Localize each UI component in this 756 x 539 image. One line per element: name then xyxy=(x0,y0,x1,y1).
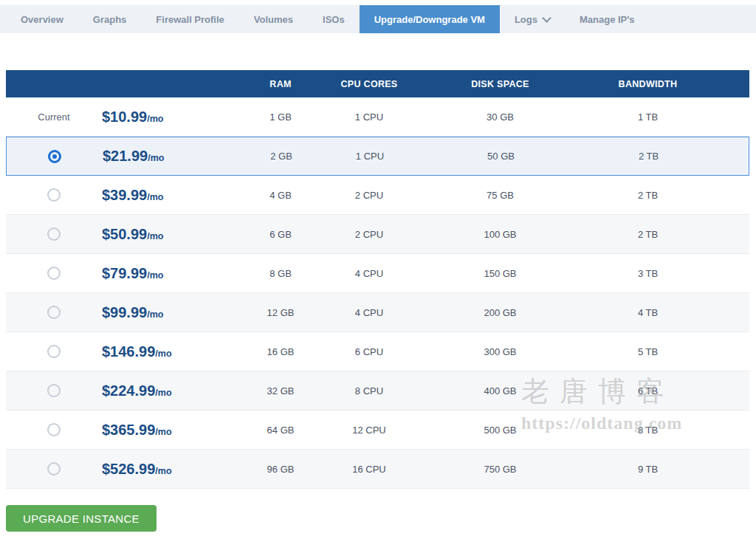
plan-price: $39.99 xyxy=(102,187,147,204)
plan-disk: 400 GB xyxy=(421,371,580,410)
plan-ram: 4 GB xyxy=(244,176,317,214)
plan-disk: 300 GB xyxy=(421,332,580,371)
plan-price: $10.99 xyxy=(102,109,147,126)
tab-logs-label: Logs xyxy=(515,14,537,25)
tab-firewall-profile[interactable]: Firewall Profile xyxy=(141,5,238,33)
plan-bandwidth: 8 TB xyxy=(580,411,716,449)
plan-price: $224.99 xyxy=(102,382,155,399)
per-month-suffix: /mo xyxy=(155,466,171,476)
plan-disk: 75 GB xyxy=(421,176,580,214)
plan-disk: 30 GB xyxy=(421,97,580,136)
plan-row-selected[interactable]: $21.99/mo 2 GB 1 CPU 50 GB 2 TB xyxy=(6,137,749,176)
plan-ram: 8 GB xyxy=(244,254,317,292)
plan-radio-selected[interactable] xyxy=(48,150,61,163)
plan-row[interactable]: $39.99/mo 4 GB 2 CPU 75 GB 2 TB xyxy=(6,176,749,215)
plan-ram: 64 GB xyxy=(244,411,317,449)
tab-bar: Overview Graphs Firewall Profile Volumes… xyxy=(0,5,756,33)
plan-cpu: 1 CPU xyxy=(318,137,422,175)
plan-radio[interactable] xyxy=(47,227,61,241)
per-month-suffix: /mo xyxy=(155,349,171,359)
current-plan-label: Current xyxy=(38,111,69,123)
per-month-suffix: /mo xyxy=(147,192,163,202)
tab-upgrade-downgrade-vm[interactable]: Upgrade/Downgrade VM xyxy=(360,5,500,33)
plan-cpu: 6 CPU xyxy=(317,332,421,371)
plan-row[interactable]: $79.99/mo 8 GB 4 CPU 150 GB 3 TB xyxy=(6,254,749,293)
plan-price: $146.99 xyxy=(102,343,155,360)
header-spacer-price xyxy=(102,70,244,97)
plan-price: $99.99 xyxy=(102,304,147,321)
plan-radio[interactable] xyxy=(47,306,61,319)
plan-disk: 500 GB xyxy=(421,411,580,449)
plan-ram: 12 GB xyxy=(244,293,317,332)
plan-price: $365.99 xyxy=(102,422,155,439)
plan-ram: 16 GB xyxy=(244,332,317,371)
plan-radio[interactable] xyxy=(47,188,61,202)
tab-volumes[interactable]: Volumes xyxy=(239,5,308,33)
plan-table: RAM CPU CORES DISK SPACE BANDWIDTH Curre… xyxy=(6,70,749,489)
tab-isos[interactable]: ISOs xyxy=(308,5,360,33)
plan-bandwidth: 1 TB xyxy=(580,97,716,136)
plan-radio[interactable] xyxy=(47,267,61,280)
upgrade-instance-button[interactable]: UPGRADE INSTANCE xyxy=(6,505,157,532)
plan-bandwidth: 4 TB xyxy=(580,293,716,332)
per-month-suffix: /mo xyxy=(147,270,163,281)
plan-price: $21.99 xyxy=(103,148,148,165)
column-header-bandwidth: BANDWIDTH xyxy=(580,70,716,97)
per-month-suffix: /mo xyxy=(147,309,163,320)
plan-cpu: 12 CPU xyxy=(317,411,421,449)
plan-disk: 100 GB xyxy=(421,215,580,253)
plan-row[interactable]: $224.99/mo 32 GB 8 CPU 400 GB 6 TB xyxy=(6,371,749,411)
plan-ram: 96 GB xyxy=(244,450,317,488)
plan-ram: 6 GB xyxy=(244,215,317,253)
per-month-suffix: /mo xyxy=(147,231,163,241)
plan-cpu: 8 CPU xyxy=(317,371,421,410)
tab-overview[interactable]: Overview xyxy=(6,5,78,33)
plan-cpu: 16 CPU xyxy=(317,450,421,488)
plan-bandwidth: 2 TB xyxy=(580,137,717,175)
plan-radio[interactable] xyxy=(47,423,61,436)
per-month-suffix: /mo xyxy=(147,114,163,124)
plan-cpu: 4 CPU xyxy=(317,293,421,332)
plan-disk: 50 GB xyxy=(422,137,580,175)
page: Overview Graphs Firewall Profile Volumes… xyxy=(0,5,756,539)
column-header-cpu-cores: CPU CORES xyxy=(317,70,421,97)
plan-bandwidth: 2 TB xyxy=(580,176,716,214)
plan-cpu: 2 CPU xyxy=(317,176,421,214)
plan-row[interactable]: $526.99/mo 96 GB 16 CPU 750 GB 9 TB xyxy=(6,450,749,489)
plan-row-current: Current $10.99/mo 1 GB 1 CPU 30 GB 1 TB xyxy=(6,97,749,137)
tab-graphs[interactable]: Graphs xyxy=(78,5,142,33)
plan-cpu: 1 CPU xyxy=(317,97,421,136)
plan-row[interactable]: $99.99/mo 12 GB 4 CPU 200 GB 4 TB xyxy=(6,293,749,332)
plan-row[interactable]: $365.99/mo 64 GB 12 CPU 500 GB 8 TB xyxy=(6,411,749,450)
header-spacer-select xyxy=(6,70,102,97)
plan-bandwidth: 5 TB xyxy=(580,332,716,371)
plan-radio[interactable] xyxy=(47,384,61,397)
per-month-suffix: /mo xyxy=(148,153,164,163)
tab-manage-ips[interactable]: Manage IP's xyxy=(565,5,650,33)
plan-bandwidth: 2 TB xyxy=(580,215,716,253)
plan-bandwidth: 3 TB xyxy=(580,254,716,292)
table-header: RAM CPU CORES DISK SPACE BANDWIDTH xyxy=(6,70,749,97)
plan-price: $526.99 xyxy=(102,461,155,478)
plan-disk: 150 GB xyxy=(421,254,580,292)
column-header-ram: RAM xyxy=(244,70,317,97)
plan-cpu: 4 CPU xyxy=(317,254,421,292)
plan-ram: 32 GB xyxy=(244,371,317,410)
plan-price: $79.99 xyxy=(102,265,147,282)
plan-cpu: 2 CPU xyxy=(317,215,421,253)
tab-logs[interactable]: Logs xyxy=(500,5,565,33)
plan-disk: 750 GB xyxy=(421,450,580,488)
plan-price: $50.99 xyxy=(102,226,147,243)
chevron-down-icon xyxy=(542,13,551,23)
column-header-disk-space: DISK SPACE xyxy=(421,70,580,97)
plan-ram: 1 GB xyxy=(244,97,317,136)
plan-radio[interactable] xyxy=(47,345,61,358)
per-month-suffix: /mo xyxy=(155,427,171,437)
plan-row[interactable]: $50.99/mo 6 GB 2 CPU 100 GB 2 TB xyxy=(6,215,749,254)
plan-bandwidth: 6 TB xyxy=(580,371,716,410)
plan-ram: 2 GB xyxy=(244,137,318,175)
plan-row[interactable]: $146.99/mo 16 GB 6 CPU 300 GB 5 TB xyxy=(6,332,749,371)
plan-radio[interactable] xyxy=(47,462,61,476)
per-month-suffix: /mo xyxy=(155,388,171,398)
plan-bandwidth: 9 TB xyxy=(580,450,716,488)
